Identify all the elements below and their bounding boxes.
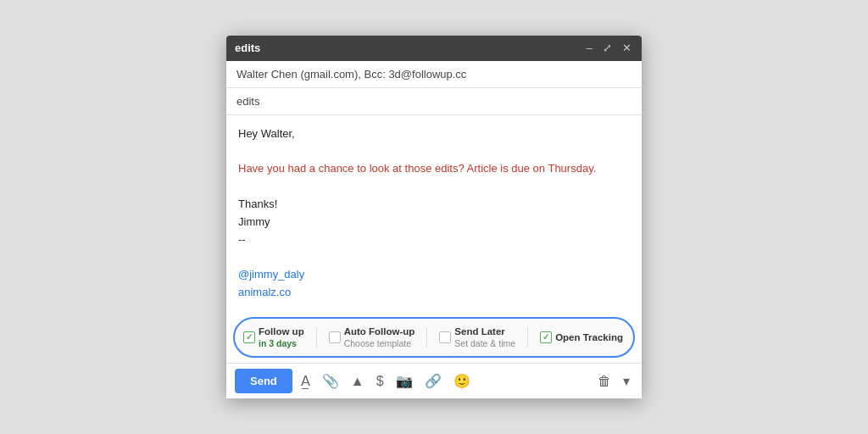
send-button[interactable]: Send	[235, 369, 292, 393]
delete-icon[interactable]: 🗑	[594, 372, 615, 391]
compose-window: edits – ⤢ ✕ Walter Chen (gmail.com), Bcc…	[226, 36, 642, 399]
drive-icon[interactable]: ▲	[348, 372, 368, 391]
subject-field: edits	[236, 95, 259, 108]
auto-followup-sub: Choose template	[344, 338, 415, 350]
title-bar-controls: – ⤢ ✕	[585, 42, 633, 53]
open-tracking-checkbox[interactable]	[540, 331, 552, 343]
close-button[interactable]: ✕	[620, 42, 633, 53]
follow-up-checkbox[interactable]	[243, 331, 255, 343]
auto-followup-checkbox[interactable]	[329, 331, 341, 343]
open-tracking-option[interactable]: Open Tracking	[540, 331, 623, 344]
photo-icon[interactable]: 📷	[392, 371, 416, 391]
auto-followup-label: Auto Follow-up	[344, 326, 415, 338]
bottom-bar: Send A̲ 📎 ▲ $ 📷 🔗 🙂 🗑 ▾	[226, 363, 642, 398]
open-tracking-label: Open Tracking	[555, 331, 623, 344]
link-website[interactable]: animalz.co	[238, 286, 291, 298]
minimize-button[interactable]: –	[585, 42, 594, 53]
to-row: Walter Chen (gmail.com), Bcc: 3d@followu…	[226, 61, 642, 88]
attach-icon[interactable]: 📎	[319, 371, 342, 391]
body-thanks: Thanks!	[238, 196, 630, 214]
subject-row: edits	[226, 88, 642, 115]
send-later-text: Send Later Set date & time	[454, 326, 515, 350]
divider-1	[316, 327, 317, 348]
body-highlight: Have you had a chance to look at those e…	[238, 160, 630, 178]
link-icon[interactable]: 🔗	[421, 371, 445, 391]
format-icon[interactable]: A̲	[298, 371, 314, 391]
more-options-icon[interactable]: ▾	[620, 371, 633, 391]
body-name: Jimmy	[238, 214, 630, 231]
body-greeting: Hey Walter,	[238, 125, 630, 143]
email-body[interactable]: Hey Walter, Have you had a chance to loo…	[226, 115, 642, 312]
send-later-sub: Set date & time	[454, 338, 515, 350]
divider-2	[426, 327, 427, 348]
auto-followup-option[interactable]: Auto Follow-up Choose template	[329, 326, 415, 350]
follow-up-text: Follow up in 3 days	[259, 326, 304, 350]
maximize-button[interactable]: ⤢	[601, 42, 614, 53]
link-twitter[interactable]: @jimmy_daly	[238, 268, 304, 281]
emoji-icon[interactable]: 🙂	[450, 371, 474, 391]
to-field: Walter Chen (gmail.com), Bcc: 3d@followu…	[236, 68, 466, 81]
follow-up-sub: in 3 days	[259, 338, 304, 350]
divider-3	[527, 327, 528, 348]
body-dash: --	[238, 231, 630, 249]
send-later-checkbox[interactable]	[439, 331, 451, 343]
auto-followup-text: Auto Follow-up Choose template	[344, 326, 415, 350]
tracking-toolbar: Follow up in 3 days Auto Follow-up Choos…	[233, 317, 635, 359]
follow-up-label: Follow up	[259, 326, 304, 338]
money-icon[interactable]: $	[373, 372, 387, 391]
title-bar: edits – ⤢ ✕	[226, 36, 642, 61]
open-tracking-text: Open Tracking	[555, 331, 623, 344]
send-later-label: Send Later	[454, 326, 515, 338]
window-title: edits	[235, 42, 260, 54]
follow-up-option[interactable]: Follow up in 3 days	[243, 326, 304, 350]
send-later-option[interactable]: Send Later Set date & time	[439, 326, 515, 350]
